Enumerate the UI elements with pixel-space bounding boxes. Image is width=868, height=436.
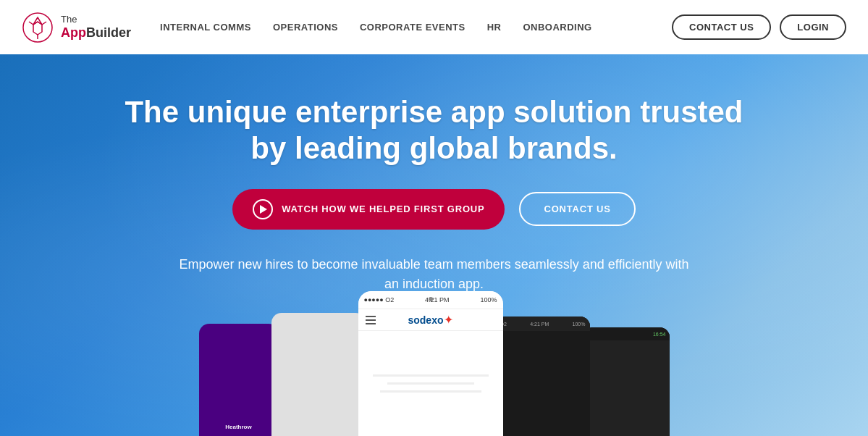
phone-gray-left — [271, 313, 366, 436]
android-status: 16:54 — [653, 332, 666, 337]
hero-section: The unique enterprise app solution trust… — [0, 54, 868, 436]
phone-white-center: ●●●●● O2 4:21 PM 100% sodexo✦ — [358, 291, 503, 436]
nav-item-internal-comms[interactable]: INTERNAL COMMS — [160, 22, 251, 33]
right-phone-time: 4:21 PM — [530, 322, 549, 327]
phone-body — [358, 331, 503, 436]
heathrow-screen: Heathrow — [199, 324, 279, 436]
logo-icon — [22, 12, 54, 43]
main-nav: INTERNAL COMMS OPERATIONS CORPORATE EVEN… — [160, 22, 672, 33]
gray-screen — [271, 313, 366, 436]
header-contact-us-button[interactable]: CONTACT US — [672, 14, 771, 40]
play-icon — [253, 199, 273, 219]
hero-content: The unique enterprise app solution trust… — [109, 94, 760, 294]
phone-header: sodexo✦ — [358, 309, 503, 331]
header: The AppBuilder INTERNAL COMMS OPERATIONS… — [0, 0, 868, 54]
hero-subtitle: Empower new hires to become invaluable t… — [174, 255, 695, 294]
logo-builder: Builder — [86, 25, 131, 40]
content-line-1 — [373, 374, 489, 377]
nav-item-corporate-events[interactable]: CORPORATE EVENTS — [360, 22, 465, 33]
phone-black-right: O2 4:21 PM 100% — [496, 316, 590, 436]
right-phone-battery: 100% — [573, 322, 586, 327]
sodexo-star-icon: ✦ — [444, 314, 453, 326]
heathrow-label: Heathrow — [225, 424, 251, 430]
watch-video-button[interactable]: WATCH HOW WE HELPED FIRST GROUP — [232, 189, 505, 230]
carrier-label: ●●●●● O2 — [364, 296, 395, 303]
hero-contact-us-button[interactable]: CONTACT US — [519, 192, 635, 226]
battery-label: 100% — [480, 296, 497, 303]
content-line-2 — [387, 382, 474, 385]
phone-mockups: Heathrow ●●●●● O2 4:21 PM 100% s — [109, 291, 760, 436]
logo-text: The AppBuilder — [61, 14, 131, 41]
phone-camera — [429, 297, 433, 301]
phone-dark-right: 16:54 — [583, 327, 670, 436]
logo-the: The — [61, 14, 131, 25]
logo[interactable]: The AppBuilder — [22, 12, 131, 43]
nav-item-hr[interactable]: HR — [487, 22, 502, 33]
hero-buttons: WATCH HOW WE HELPED FIRST GROUP CONTACT … — [109, 189, 760, 230]
phone-yellow: Heathrow — [199, 324, 279, 436]
svg-line-5 — [42, 22, 46, 25]
header-login-button[interactable]: LOGIN — [780, 14, 846, 40]
svg-marker-2 — [33, 22, 42, 35]
hero-title: The unique enterprise app solution trust… — [109, 94, 760, 167]
content-line-3 — [380, 390, 481, 393]
sodexo-logo: sodexo✦ — [408, 313, 452, 327]
svg-line-4 — [29, 22, 33, 25]
header-buttons: CONTACT US LOGIN — [672, 14, 846, 40]
logo-app: App — [61, 25, 86, 40]
watch-button-label: WATCH HOW WE HELPED FIRST GROUP — [282, 204, 484, 214]
nav-item-operations[interactable]: OPERATIONS — [273, 22, 338, 33]
hamburger-icon — [366, 316, 376, 324]
nav-item-onboarding[interactable]: ONBOARDING — [523, 22, 591, 33]
play-triangle-icon — [260, 205, 267, 214]
